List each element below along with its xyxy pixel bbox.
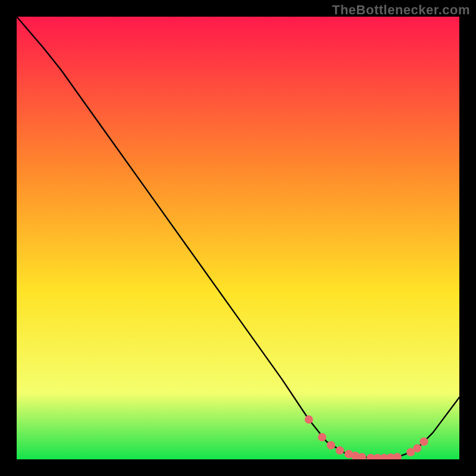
highlighted-point <box>419 437 428 446</box>
highlighted-point <box>305 415 313 424</box>
plot-area <box>17 17 459 459</box>
highlighted-point <box>327 441 335 449</box>
bottleneck-curve-chart <box>17 17 459 459</box>
highlighted-point <box>318 433 326 441</box>
gradient-background <box>17 17 459 459</box>
chart-frame: TheBottlenecker.com <box>0 0 476 476</box>
highlighted-point <box>336 446 344 455</box>
watermark-label: TheBottlenecker.com <box>332 2 470 18</box>
highlighted-point <box>413 444 421 452</box>
